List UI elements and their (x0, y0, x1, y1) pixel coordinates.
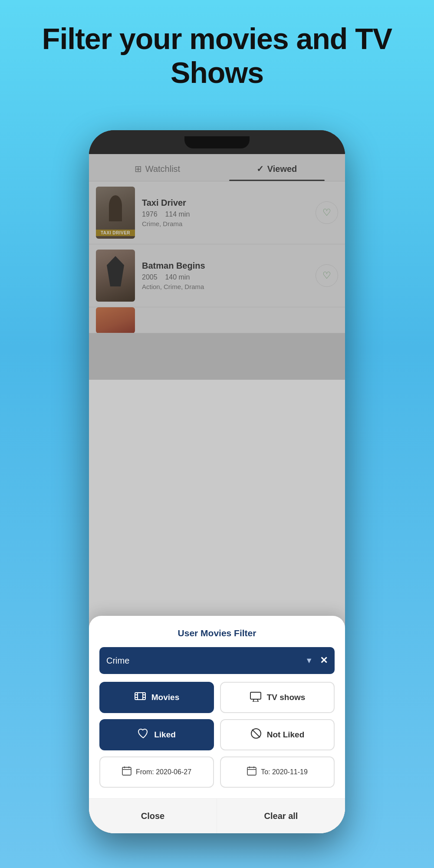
movie-genres-batman: Action, Crime, Drama (142, 283, 309, 290)
movies-filter-btn[interactable]: Movies (99, 682, 214, 713)
date-to-label: To: 2020-11-19 (261, 768, 308, 776)
movie-poster-batman (96, 250, 135, 302)
date-from-btn[interactable]: From: 2020-06-27 (99, 756, 214, 788)
movie-genres-taxi: Crime, Drama (142, 220, 309, 227)
close-button[interactable]: Close (89, 799, 217, 833)
clear-all-label: Clear all (264, 811, 298, 821)
phone-screen: ⊞ Watchlist ✓ Viewed TAXI DRIVER (89, 154, 345, 833)
close-btn-label: Close (141, 811, 164, 821)
date-to-btn[interactable]: To: 2020-11-19 (220, 756, 335, 788)
svg-rect-17 (247, 767, 256, 775)
movie-poster-third (96, 307, 135, 333)
phone-shell: ⊞ Watchlist ✓ Viewed TAXI DRIVER (89, 130, 345, 833)
calendar-from-icon (122, 766, 132, 778)
poster-label-taxi: TAXI DRIVER (96, 230, 135, 236)
tab-watchlist[interactable]: ⊞ Watchlist (98, 154, 217, 181)
movie-item: TAXI DRIVER Taxi Driver 1976 114 min Cri… (89, 181, 345, 244)
watchlist-icon: ⊞ (135, 164, 142, 174)
notliked-btn-label: Not Liked (267, 730, 305, 740)
heart-icon-taxi: ♡ (322, 207, 331, 218)
tvshows-btn-label: TV shows (267, 693, 306, 702)
movie-item-third (89, 307, 345, 333)
movie-meta-batman: 2005 140 min (142, 273, 309, 281)
movie-item-batman: Batman Begins 2005 140 min Action, Crime… (89, 244, 345, 307)
action-row: Close Clear all (89, 798, 345, 833)
tv-icon (250, 690, 262, 704)
bottom-sheet: User Movies Filter Crime ▼ ✕ (89, 616, 345, 833)
date-from-label: From: 2020-06-27 (136, 768, 191, 776)
chevron-down-icon: ▼ (305, 656, 313, 665)
tabs-container: ⊞ Watchlist ✓ Viewed (89, 154, 345, 181)
heart-icon-batman: ♡ (322, 270, 331, 281)
heart-btn-taxi[interactable]: ♡ (316, 201, 338, 224)
calendar-to-icon (247, 766, 256, 778)
heart-btn-batman[interactable]: ♡ (316, 264, 338, 287)
movie-list: TAXI DRIVER Taxi Driver 1976 114 min Cri… (89, 181, 345, 333)
genre-dropdown[interactable]: Crime ▼ ✕ (99, 647, 335, 674)
svg-rect-13 (122, 767, 131, 775)
svg-rect-0 (135, 693, 145, 700)
heart-filter-icon (138, 728, 149, 741)
tvshows-filter-btn[interactable]: TV shows (220, 682, 335, 713)
liked-btn-label: Liked (154, 730, 176, 740)
movie-title-taxi: Taxi Driver (142, 198, 309, 208)
tab-viewed[interactable]: ✓ Viewed (217, 154, 336, 181)
notliked-filter-btn[interactable]: Not Liked (220, 719, 335, 750)
notch (184, 136, 250, 148)
svg-rect-7 (250, 692, 261, 699)
hero-title: Filter your movies and TV Shows (0, 0, 434, 102)
movie-info-batman: Batman Begins 2005 140 min Action, Crime… (142, 261, 309, 290)
movie-meta-taxi: 1976 114 min (142, 210, 309, 218)
tab-viewed-label: Viewed (267, 164, 297, 174)
filter-title: User Movies Filter (99, 628, 335, 638)
genre-selected-label: Crime (106, 656, 305, 666)
film-icon (134, 690, 146, 705)
date-range-row: From: 2020-06-27 To: 2020-11-19 (99, 756, 335, 788)
like-filter-grid: Liked Not Liked (99, 719, 335, 750)
tab-watchlist-label: Watchlist (145, 164, 180, 174)
movie-title-batman: Batman Begins (142, 261, 309, 271)
clear-all-button[interactable]: Clear all (217, 799, 345, 833)
movie-poster-taxi: TAXI DRIVER (96, 187, 135, 239)
liked-filter-btn[interactable]: Liked (99, 719, 214, 750)
ban-icon (250, 728, 262, 742)
svg-line-12 (252, 730, 260, 737)
movies-btn-label: Movies (151, 693, 179, 702)
phone-top-bar (89, 130, 345, 154)
movie-info-taxi: Taxi Driver 1976 114 min Crime, Drama (142, 198, 309, 227)
viewed-icon: ✓ (256, 164, 264, 174)
genre-clear-button[interactable]: ✕ (320, 655, 328, 666)
type-filter-grid: Movies TV shows (99, 682, 335, 713)
